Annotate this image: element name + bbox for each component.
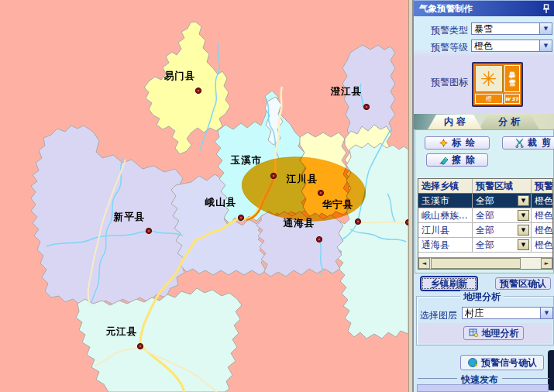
table-header-row: 选择乡镇 预警区域 预警等级 [418, 179, 552, 194]
table-row[interactable]: 玉溪市全部▼橙色 [418, 194, 552, 208]
tab-content[interactable]: 内 容 [428, 115, 482, 129]
cell-level: 橙色 [532, 224, 552, 237]
cut-button[interactable]: 裁 剪 [502, 136, 554, 150]
county-label: 华宁县 [322, 198, 354, 210]
header-town: 选择乡镇 [418, 179, 473, 193]
header-level: 预警等级 [532, 180, 552, 193]
cell-town: 峨山彝族... [418, 208, 473, 222]
signal-confirm-button[interactable]: 预警信号确认 [460, 355, 544, 370]
cell-town: 玉溪市 [418, 194, 473, 208]
geo-table-icon [469, 328, 479, 338]
cell-town: 江川县 [418, 223, 473, 237]
scissors-icon [514, 138, 525, 148]
layer-select[interactable]: 村庄 ▼ [462, 307, 553, 319]
weather-warning-app: 易门县澄江县玉溪市江川县峨山县华宁县通海县新平县元江县 气象预警制作 预警类型 … [0, 0, 554, 392]
warning-icon-name: 暴雪 [504, 65, 520, 92]
county-label: 新平县 [113, 211, 146, 222]
geo-analysis-group: 地理分析 选择图层 村庄 ▼ 地理分析 [416, 296, 554, 346]
county-yuanjiang[interactable] [76, 288, 242, 392]
warning-icon-caption: SNOW STORM [504, 94, 520, 104]
panel-title-bar[interactable]: 气象预警制作 [414, 0, 554, 16]
warning-form: 预警类型 暴雪 ▼ 预警等级 橙色 ▼ 预警图标 ✳ 暴雪 橙 SNOW STO… [414, 16, 554, 114]
quick-publish-strip [417, 384, 549, 392]
cell-area: 全部▼ [473, 238, 532, 252]
warning-level-select[interactable]: 橙色 ▼ [471, 40, 552, 52]
county-label: 通海县 [283, 217, 315, 229]
county-label: 江川县 [286, 173, 318, 184]
geo-group-title: 地理分析 [460, 291, 504, 304]
warning-level-label: 预警等级 [431, 41, 468, 54]
cell-area: 全部▼ [473, 194, 532, 208]
globe-icon [467, 357, 478, 368]
cell-area: 全部▼ [473, 223, 532, 237]
eraser-icon [439, 155, 449, 165]
analysis-tab-page: 标 绘 裁 剪 擦 除 [415, 129, 554, 273]
scroll-left-button[interactable]: ◄ [418, 258, 430, 269]
header-area: 预警区域 [473, 179, 532, 193]
cell-area: 全部▼ [473, 208, 532, 222]
warning-level-value: 橙色 [472, 40, 539, 51]
county-label: 峨山县 [205, 196, 237, 208]
layer-value: 村庄 [463, 308, 540, 318]
tab-analysis[interactable]: 分 析 [479, 115, 539, 129]
warning-panel: 气象预警制作 预警类型 暴雪 ▼ 预警等级 橙色 ▼ 预警图标 ✳ 暴雪 [413, 0, 554, 392]
cell-level: 橙色 [532, 239, 552, 252]
warning-icon-label: 预警图标 [431, 76, 468, 89]
warning-icon-level: 橙 [475, 94, 503, 104]
table-row[interactable]: 峨山彝族...全部▼橙色 [418, 208, 552, 223]
warning-type-select[interactable]: 暴雪 ▼ [471, 22, 552, 35]
area-dropdown-button[interactable]: ▼ [518, 239, 529, 250]
pin-icon[interactable] [542, 4, 550, 14]
chevron-down-icon[interactable]: ▼ [539, 23, 552, 34]
plot-button[interactable]: 标 绘 [425, 136, 490, 150]
county-label: 易门县 [163, 70, 196, 81]
area-dropdown-button[interactable]: ▼ [518, 210, 529, 221]
chevron-down-icon[interactable]: ▼ [539, 40, 552, 51]
warning-area-confirm-button[interactable]: 预警区确认 [495, 277, 551, 290]
area-dropdown-button[interactable]: ▼ [518, 225, 529, 236]
map-canvas[interactable]: 易门县澄江县玉溪市江川县峨山县华宁县通海县新平县元江县 [0, 0, 408, 392]
warning-icon: ✳ 暴雪 橙 SNOW STORM [472, 62, 523, 107]
panel-title: 气象预警制作 [419, 3, 473, 14]
scroll-thumb[interactable] [431, 258, 521, 269]
erase-button[interactable]: 擦 除 [426, 153, 488, 167]
cell-level: 橙色 [532, 209, 552, 222]
warning-type-label: 预警类型 [431, 24, 468, 37]
table-row[interactable]: 江川县全部▼橙色 [418, 223, 552, 238]
county-label: 玉溪市 [230, 154, 263, 166]
cell-level: 橙色 [532, 194, 552, 208]
cutoff-element [548, 350, 554, 390]
layer-select-label: 选择图层 [420, 309, 457, 322]
township-refresh-button[interactable]: 乡镇刷新 [421, 277, 477, 291]
table-horizontal-scrollbar[interactable]: ◄ ► [418, 257, 552, 269]
cell-town: 通海县 [418, 238, 473, 252]
geo-analysis-button[interactable]: 地理分析 [463, 326, 524, 340]
township-table: 选择乡镇 预警区域 预警等级 玉溪市全部▼橙色峨山彝族...全部▼橙色江川县全部… [418, 178, 553, 270]
snowflake-icon: ✳ [475, 65, 503, 92]
area-dropdown-button[interactable]: ▼ [518, 195, 529, 206]
quick-publish-group: 快速发布 [414, 373, 554, 384]
chevron-down-icon[interactable]: ▼ [540, 308, 552, 318]
warning-type-value: 暴雪 [472, 23, 539, 34]
plot-icon [439, 138, 449, 148]
table-row[interactable]: 通海县全部▼橙色 [418, 238, 552, 253]
county-label: 元江县 [105, 325, 138, 337]
scroll-right-button[interactable]: ► [541, 258, 552, 269]
county-label: 澄江县 [330, 85, 363, 97]
tab-strip: 内 容 分 析 [414, 114, 554, 129]
